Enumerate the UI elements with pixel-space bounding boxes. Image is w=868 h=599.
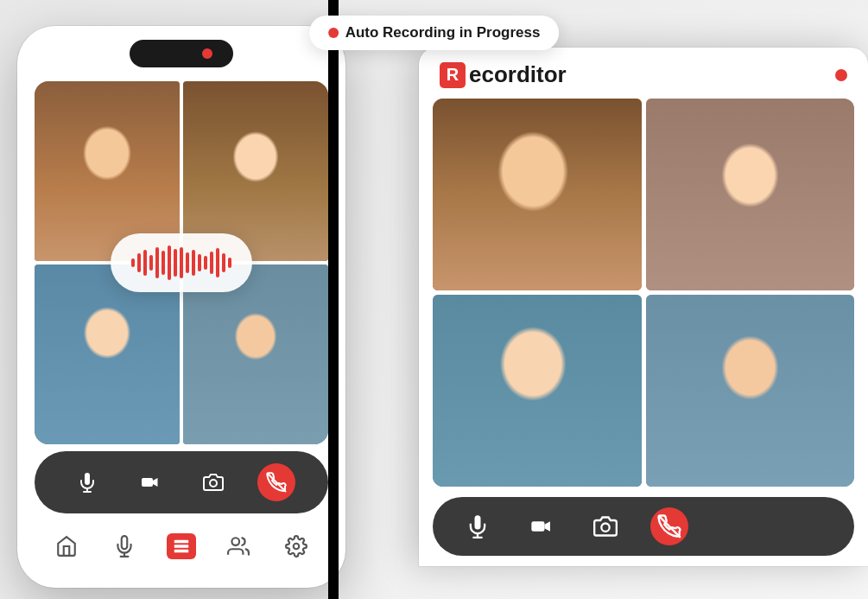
phone-video-button[interactable] bbox=[131, 463, 169, 501]
phone-notch bbox=[130, 40, 233, 67]
svg-point-3 bbox=[210, 480, 217, 487]
phone-bottom-nav bbox=[17, 524, 345, 577]
tablet-recording-dot bbox=[835, 69, 847, 81]
nav-contacts-button[interactable] bbox=[225, 532, 252, 560]
separator-bar bbox=[328, 0, 339, 599]
wave-bar-1 bbox=[131, 258, 135, 267]
nav-home-button[interactable] bbox=[53, 532, 80, 560]
logo-r-letter: R bbox=[440, 62, 466, 88]
svg-rect-14 bbox=[531, 521, 544, 532]
wave-bar-8 bbox=[174, 249, 177, 277]
recording-badge-text: Auto Recording in Progress bbox=[345, 24, 541, 41]
wave-bar-17 bbox=[228, 258, 231, 268]
waveform-overlay bbox=[111, 233, 252, 292]
tablet-video-cell-3 bbox=[433, 295, 642, 487]
wave-bar-2 bbox=[137, 253, 141, 272]
recorditor-logo: R ecorditor bbox=[440, 61, 567, 88]
scene: Auto Recording in Progress bbox=[0, 0, 868, 599]
tablet-video-cell-1 bbox=[433, 99, 642, 290]
nav-active-box bbox=[167, 533, 196, 559]
wave-bar-11 bbox=[192, 250, 195, 276]
tablet-end-call-button[interactable] bbox=[650, 507, 688, 545]
tablet-device: R ecorditor bbox=[419, 48, 868, 566]
svg-rect-2 bbox=[142, 478, 153, 487]
wave-bar-3 bbox=[143, 250, 147, 276]
svg-rect-7 bbox=[174, 540, 189, 544]
wave-bar-10 bbox=[186, 252, 189, 273]
svg-point-15 bbox=[601, 524, 609, 532]
wave-bar-13 bbox=[204, 256, 207, 270]
phone-camera-button[interactable] bbox=[194, 463, 232, 501]
phone-notch-area bbox=[17, 26, 345, 74]
wave-bar-16 bbox=[222, 253, 225, 272]
tablet-video-cell-4 bbox=[646, 295, 855, 487]
tablet-video-button[interactable] bbox=[523, 507, 561, 545]
svg-rect-8 bbox=[174, 545, 189, 548]
wave-bar-12 bbox=[198, 254, 201, 271]
wave-bar-15 bbox=[216, 248, 219, 277]
tablet-video-cell-2 bbox=[646, 99, 855, 290]
phone-end-call-button[interactable] bbox=[257, 463, 295, 501]
tablet-video-grid bbox=[433, 99, 854, 487]
svg-point-11 bbox=[294, 544, 300, 550]
wave-bar-5 bbox=[155, 247, 159, 278]
wave-bar-14 bbox=[210, 252, 213, 274]
nav-settings-button[interactable] bbox=[282, 532, 310, 560]
tablet-call-controls bbox=[433, 497, 854, 556]
tablet-mute-button[interactable] bbox=[459, 507, 497, 545]
svg-rect-9 bbox=[174, 550, 189, 553]
recording-badge: Auto Recording in Progress bbox=[309, 16, 560, 50]
wave-bar-7 bbox=[168, 245, 171, 280]
wave-bar-4 bbox=[149, 255, 153, 271]
tablet-camera-button[interactable] bbox=[586, 507, 624, 545]
wave-bar-6 bbox=[162, 251, 165, 275]
phone-device bbox=[17, 26, 345, 588]
svg-point-10 bbox=[232, 538, 240, 545]
phone-video-grid bbox=[35, 81, 328, 444]
phone-call-controls bbox=[35, 451, 328, 513]
recording-dot bbox=[328, 28, 339, 38]
nav-recordings-button[interactable] bbox=[168, 532, 195, 560]
phone-mute-button[interactable] bbox=[68, 463, 106, 501]
wave-bar-9 bbox=[180, 247, 183, 278]
tablet-top-bar: R ecorditor bbox=[419, 48, 868, 95]
nav-mic-button[interactable] bbox=[111, 532, 138, 560]
